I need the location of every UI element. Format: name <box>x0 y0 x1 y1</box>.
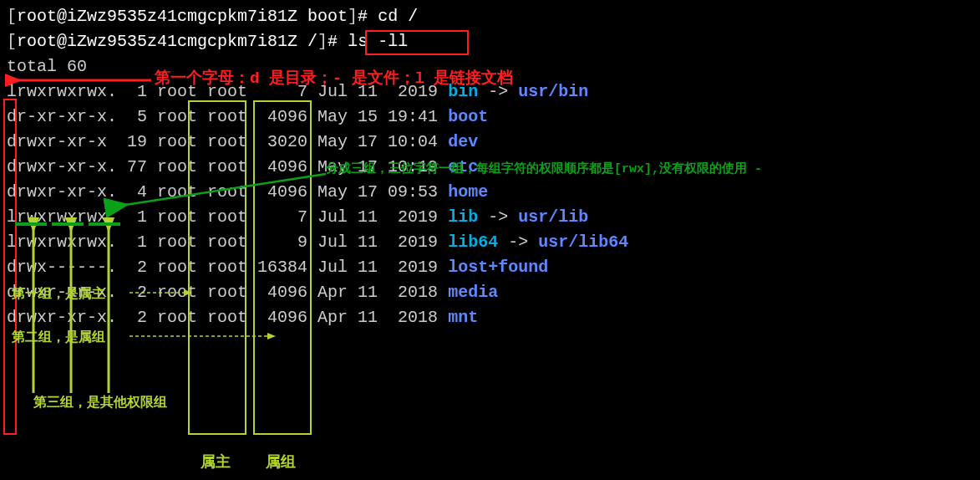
prompt-line-2: [root@iZwz9535z41cmgcpkm7i81Z /]# ls -ll <box>7 29 973 54</box>
label-group-column: 属组 <box>266 452 296 474</box>
symlink-target: usr/bin <box>518 82 588 101</box>
date-cell: Jul 11 2019 <box>307 207 448 227</box>
highlight-box-command <box>365 30 469 55</box>
table-row: drwxr-xr-x 19 root root 3020 May 17 10:0… <box>7 130 973 155</box>
highlight-box-group-column <box>253 100 312 435</box>
date-cell: Apr 11 2018 <box>307 308 448 327</box>
bracket-open: [ <box>7 32 17 51</box>
links-cell: 2 <box>117 258 147 277</box>
symlink-target: usr/lib64 <box>538 232 628 252</box>
prompt-hash: # <box>358 7 378 26</box>
filename-cell: lost+found <box>448 258 548 277</box>
command-text: cd / <box>378 7 418 26</box>
prompt-path: / <box>297 32 317 51</box>
links-cell: 4 <box>117 182 147 202</box>
annotation-green-permissions: 分成三组，三位字符一组，每组字符的权限顺序都是[rwx],没有权限的使用 - <box>326 161 762 180</box>
perm-cell: drwxr-xr-x. <box>7 157 117 176</box>
listing-rows: lrwxrwxrwx. 1 root root 7 Jul 11 2019 bi… <box>7 79 973 330</box>
label-perm-group3: 第三组，是其他权限组 <box>33 393 167 413</box>
filename-cell: boot <box>448 107 488 126</box>
date-cell: May 15 19:41 <box>307 107 448 126</box>
table-row: lrwxrwxrwx. 1 root root 9 Jul 11 2019 li… <box>7 230 973 255</box>
bracket-open: [ <box>7 7 17 26</box>
highlight-box-owner-column <box>188 100 246 435</box>
links-cell: 19 <box>117 132 147 151</box>
prompt-hash: # <box>328 32 348 51</box>
perm-cell: drwxr-xr-x <box>7 132 117 151</box>
table-row: drwxr-xr-x. 2 root root 4096 Apr 11 2018… <box>7 280 973 305</box>
perm-cell: drwx------. <box>7 258 117 277</box>
links-cell: 1 <box>117 232 147 252</box>
prompt-user: root@iZwz9535z41cmgcpkm7i81Z <box>17 32 297 51</box>
date-cell: Jul 11 2019 <box>307 258 448 277</box>
date-cell: May 17 09:53 <box>307 182 448 202</box>
links-cell: 2 <box>117 308 147 327</box>
filename-cell: lib <box>448 207 478 227</box>
links-cell: 2 <box>117 283 147 302</box>
highlight-box-filetype-column <box>3 99 17 435</box>
table-row: drwx------. 2 root root 16384 Jul 11 201… <box>7 255 973 280</box>
symlink-target: usr/lib <box>518 207 588 227</box>
filename-cell: mnt <box>448 308 478 327</box>
perm-cell: drwxr-xr-x. <box>7 308 117 327</box>
perm-cell: dr-xr-xr-x. <box>7 107 117 126</box>
links-cell: 5 <box>117 107 147 126</box>
label-perm-group2: 第二组，是属组 <box>12 328 105 348</box>
filename-cell: dev <box>448 132 478 151</box>
perm-cell: drwxr-xr-x. <box>7 182 117 202</box>
filename-cell: home <box>448 182 488 202</box>
symlink-arrow: -> <box>498 232 538 252</box>
date-cell: May 17 10:04 <box>307 132 448 151</box>
annotation-red-filetype: 第一个字母：d 是目录；- 是文件；l 是链接文档 <box>155 67 513 91</box>
filename-cell: lib64 <box>448 232 498 252</box>
bracket-close: ] <box>317 32 328 51</box>
underline-group3 <box>89 222 120 226</box>
perm-cell: lrwxrwxrwx. <box>7 82 117 101</box>
label-owner-column: 属主 <box>201 452 231 474</box>
links-cell: 1 <box>117 207 147 227</box>
filename-cell: media <box>448 283 498 302</box>
label-perm-group1: 第一组，是属主 <box>12 284 105 304</box>
links-cell: 77 <box>117 157 147 176</box>
table-row: dr-xr-xr-x. 5 root root 4096 May 15 19:4… <box>7 105 973 130</box>
date-cell: Jul 11 2019 <box>307 232 448 252</box>
prompt-user: root@iZwz9535z41cmgcpkm7i81Z <box>17 7 297 26</box>
underline-group2 <box>52 222 84 226</box>
bracket-close: ] <box>348 7 358 26</box>
table-row: drwxr-xr-x. 2 root root 4096 Apr 11 2018… <box>7 305 973 330</box>
prompt-line-1: [root@iZwz9535z41cmgcpkm7i81Z boot]# cd … <box>7 4 973 29</box>
perm-cell: lrwxrwxrwx. <box>7 232 117 252</box>
table-row: drwxr-xr-x. 4 root root 4096 May 17 09:5… <box>7 180 973 205</box>
underline-group1 <box>15 222 47 226</box>
prompt-path: boot <box>297 7 348 26</box>
symlink-arrow: -> <box>478 207 518 227</box>
table-row: lrwxrwxrwx. 1 root root 7 Jul 11 2019 li… <box>7 205 973 230</box>
links-cell: 1 <box>117 82 147 101</box>
date-cell: Apr 11 2018 <box>307 283 448 302</box>
